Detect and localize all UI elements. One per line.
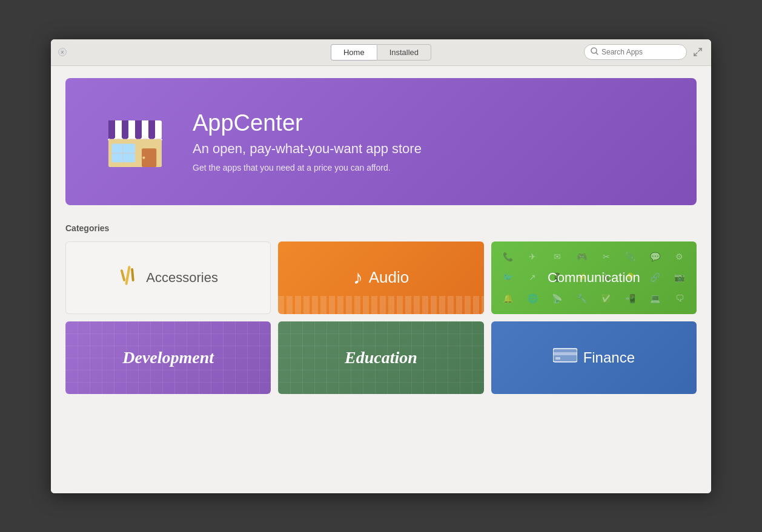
comm-icon-24: 🗨 xyxy=(675,294,684,303)
search-icon xyxy=(591,47,598,57)
comm-icon-20: 🔧 xyxy=(577,294,587,303)
hero-subtitle: An open, pay-what-you-want app store xyxy=(193,141,422,157)
comm-icon-6: 📎 xyxy=(625,252,635,261)
comm-icon-15: 🔗 xyxy=(650,272,660,282)
svg-rect-6 xyxy=(148,120,155,139)
app-window: × Home Installed xyxy=(51,39,711,493)
comm-icon-9: 🐦 xyxy=(503,272,513,282)
svg-point-12 xyxy=(142,156,145,159)
comm-icon-19: 📡 xyxy=(552,294,562,303)
development-label: Development xyxy=(122,348,214,367)
comm-icon-3: ✉ xyxy=(554,252,561,261)
comm-icon-23: 💻 xyxy=(650,294,660,303)
category-education[interactable]: Education xyxy=(278,321,483,394)
communication-label: Communication xyxy=(548,270,640,286)
comm-icon-22: 📲 xyxy=(625,294,635,303)
tab-installed[interactable]: Installed xyxy=(377,44,431,61)
svg-rect-15 xyxy=(131,268,134,281)
education-label: Education xyxy=(345,348,417,367)
comm-icon-2: ✈ xyxy=(529,252,536,261)
categories-section: Categories Accessories xyxy=(65,223,697,394)
search-input[interactable] xyxy=(601,48,680,56)
category-communication[interactable]: 📞 ✈ ✉ 🎮 ✂ 📎 💬 ⚙ 🐦 ↗ 📱 ⚡ 🔌 💡 xyxy=(491,241,697,314)
hero-title: AppCenter xyxy=(193,110,422,136)
finance-icon xyxy=(553,346,577,369)
hero-text: AppCenter An open, pay-what-you-want app… xyxy=(193,110,422,172)
hero-description: Get the apps that you need at a price yo… xyxy=(193,163,422,172)
comm-icon-21: ✅ xyxy=(601,294,611,303)
categories-grid: Accessories ♪ Audio 📞 ✈ ✉ � xyxy=(65,241,697,394)
close-button[interactable]: × xyxy=(58,48,67,56)
titlebar-tabs: Home Installed xyxy=(331,44,431,61)
search-box xyxy=(584,44,687,60)
accessories-label: Accessories xyxy=(146,270,218,286)
category-audio[interactable]: ♪ Audio xyxy=(278,241,483,314)
svg-rect-17 xyxy=(553,352,577,355)
comm-icon-7: 💬 xyxy=(650,252,660,261)
comm-icon-8: ⚙ xyxy=(675,252,683,261)
category-development[interactable]: Development xyxy=(65,321,271,394)
svg-rect-13 xyxy=(121,269,126,281)
comm-icon-18: 🌐 xyxy=(528,294,538,303)
svg-rect-3 xyxy=(108,120,115,139)
svg-rect-5 xyxy=(135,120,142,139)
comm-icon-5: ✂ xyxy=(603,252,610,261)
svg-rect-18 xyxy=(555,357,560,360)
svg-rect-14 xyxy=(125,266,131,285)
hero-banner[interactable]: AppCenter An open, pay-what-you-want app… xyxy=(65,78,697,205)
svg-rect-4 xyxy=(122,120,128,139)
comm-icon-17: 🔔 xyxy=(503,294,513,303)
maximize-button[interactable] xyxy=(692,46,704,58)
titlebar: × Home Installed xyxy=(51,39,711,66)
svg-line-1 xyxy=(596,53,598,54)
comm-icon-16: 📷 xyxy=(674,272,684,282)
categories-label: Categories xyxy=(65,223,697,233)
comm-icon-4: 🎮 xyxy=(577,252,587,261)
finance-label: Finance xyxy=(583,349,635,366)
accessories-icon xyxy=(118,264,140,291)
hero-icon xyxy=(102,107,168,176)
comm-icon-10: ↗ xyxy=(529,272,536,282)
titlebar-left: × xyxy=(58,48,67,56)
main-content: AppCenter An open, pay-what-you-want app… xyxy=(51,66,711,493)
audio-icon: ♪ xyxy=(353,266,363,289)
category-accessories[interactable]: Accessories xyxy=(65,241,271,314)
tab-home[interactable]: Home xyxy=(331,44,377,61)
audio-label: Audio xyxy=(369,268,409,287)
titlebar-right xyxy=(584,44,704,60)
comm-icon-1: 📞 xyxy=(503,252,513,261)
category-finance[interactable]: Finance xyxy=(491,321,697,394)
